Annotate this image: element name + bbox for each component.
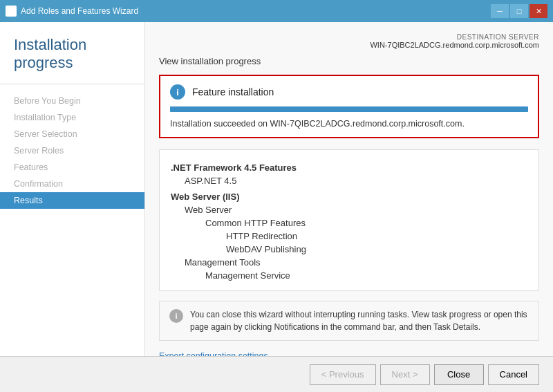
destination-server-value: WIN-7QIBC2LADCG.redmond.corp.microsoft.c… bbox=[159, 41, 539, 49]
content-area: DESTINATION SERVER WIN-7QIBC2LADCG.redmo… bbox=[145, 22, 553, 356]
footer: < Previous Next > Close Cancel bbox=[0, 356, 553, 392]
progress-bar-fill bbox=[170, 106, 528, 112]
list-item: HTTP Redirection bbox=[171, 230, 527, 243]
list-item: Web Server (IIS) bbox=[171, 190, 527, 203]
sidebar-header: Installation progress bbox=[0, 22, 144, 84]
list-item: Common HTTP Features bbox=[171, 216, 527, 230]
previous-button[interactable]: < Previous bbox=[310, 364, 376, 385]
sidebar-item-results[interactable]: Results bbox=[0, 192, 144, 209]
sidebar-item-server-selection[interactable]: Server Selection bbox=[0, 126, 144, 142]
section-title: View installation progress bbox=[159, 56, 539, 66]
list-item: .NET Framework 4.5 Features bbox=[171, 161, 527, 174]
window-controls[interactable]: ─ □ ✕ bbox=[491, 4, 547, 18]
title-bar-left: Add Roles and Features Wizard bbox=[6, 6, 138, 17]
app-icon bbox=[6, 6, 17, 17]
feature-installation-title: Feature installation bbox=[192, 86, 274, 97]
feature-header: i Feature installation bbox=[170, 84, 528, 100]
destination-server-label: DESTINATION SERVER bbox=[159, 33, 539, 41]
list-item: Web Server bbox=[171, 203, 527, 216]
page-title: Installation progress bbox=[14, 36, 131, 73]
sidebar-item-features[interactable]: Features bbox=[0, 159, 144, 176]
svg-rect-1 bbox=[8, 8, 11, 11]
progress-bar-container bbox=[170, 106, 528, 112]
sidebar-item-server-roles[interactable]: Server Roles bbox=[0, 142, 144, 159]
close-button[interactable]: Close bbox=[434, 364, 484, 385]
minimize-button[interactable]: ─ bbox=[491, 4, 509, 18]
sidebar: Installation progress Before You Begin I… bbox=[0, 22, 145, 356]
next-button[interactable]: Next > bbox=[380, 364, 430, 385]
export-link[interactable]: Export configuration settings bbox=[159, 351, 268, 356]
cancel-button[interactable]: Cancel bbox=[488, 364, 539, 385]
info-circle-icon: i bbox=[170, 84, 185, 100]
sidebar-nav: Before You Begin Installation Type Serve… bbox=[0, 84, 144, 356]
sidebar-item-before-you-begin[interactable]: Before You Begin bbox=[0, 93, 144, 109]
content-wrapper: Installation progress Before You Begin I… bbox=[0, 22, 553, 392]
list-item: WebDAV Publishing bbox=[171, 243, 527, 256]
success-text: Installation succeeded on WIN-7QIBC2LADC… bbox=[170, 119, 528, 129]
sidebar-item-installation-type[interactable]: Installation Type bbox=[0, 109, 144, 126]
feature-installation-box: i Feature installation Installation succ… bbox=[159, 75, 539, 138]
info-box-text: You can close this wizard without interr… bbox=[190, 308, 529, 333]
feature-list: .NET Framework 4.5 Features ASP.NET 4.5 … bbox=[159, 149, 539, 291]
info-box: i You can close this wizard without inte… bbox=[159, 301, 539, 341]
maximize-button[interactable]: □ bbox=[510, 4, 528, 18]
window-title: Add Roles and Features Wizard bbox=[21, 6, 138, 16]
list-item: ASP.NET 4.5 bbox=[171, 174, 527, 187]
title-bar: Add Roles and Features Wizard ─ □ ✕ bbox=[0, 0, 553, 22]
destination-server-info: DESTINATION SERVER WIN-7QIBC2LADCG.redmo… bbox=[159, 33, 539, 49]
titlebar-close-button[interactable]: ✕ bbox=[529, 4, 547, 18]
list-item: Management Tools bbox=[171, 256, 527, 269]
info-box-icon: i bbox=[169, 309, 183, 323]
sidebar-item-confirmation[interactable]: Confirmation bbox=[0, 176, 144, 192]
top-section: Installation progress Before You Begin I… bbox=[0, 22, 553, 356]
list-item: Management Service bbox=[171, 269, 527, 282]
